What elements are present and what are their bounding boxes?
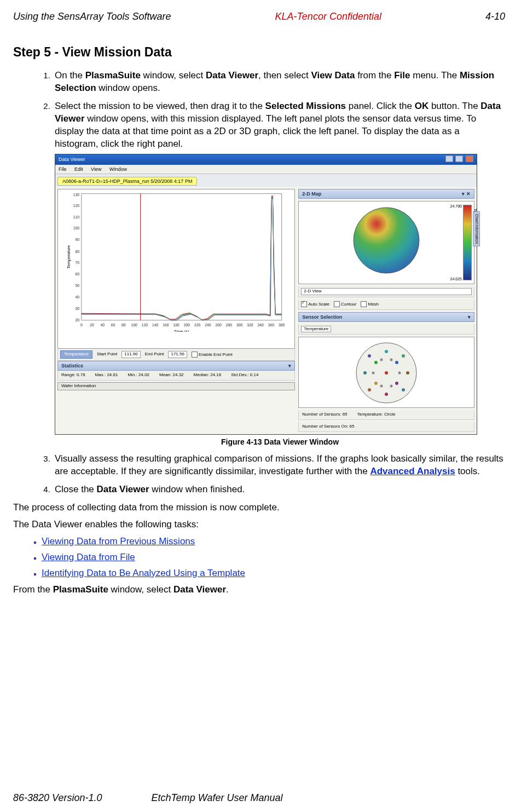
svg-text:320: 320 [247, 324, 253, 327]
svg-text:280: 280 [226, 324, 232, 327]
step-title: Step 5 - View Mission Data [13, 44, 505, 61]
mesh-checkbox[interactable] [361, 301, 367, 307]
paragraph-select-viewer: From the PlasmaSuite window, select Data… [13, 584, 505, 596]
menu-edit[interactable]: Edit [74, 166, 83, 172]
step-3: Visually assess the resulting graphical … [53, 453, 505, 478]
svg-point-38 [374, 382, 378, 385]
minimize-icon[interactable] [445, 156, 453, 162]
svg-text:130: 130 [73, 193, 79, 197]
statistics-values: Range: 0.78 Max.: 24.81 Min.: 24.02 Mean… [57, 371, 295, 381]
task-item: Viewing Data from File [42, 551, 505, 564]
svg-text:60: 60 [75, 272, 79, 276]
menu-window[interactable]: Window [109, 166, 127, 172]
collapse-icon[interactable]: ▾ [288, 362, 291, 369]
figure-4-13: Data Viewer File Edit View Window A0806-… [55, 154, 505, 447]
y-axis-label: Temperature [66, 245, 71, 269]
svg-point-53 [390, 385, 393, 388]
svg-point-52 [380, 385, 383, 388]
svg-text:120: 120 [73, 204, 79, 208]
sensor-map[interactable] [298, 337, 474, 408]
collapse-icon[interactable]: ▾ [468, 314, 471, 320]
view-dropdown[interactable]: 2-D View [301, 288, 472, 295]
menubar: File Edit View Window [55, 165, 477, 174]
advanced-analysis-link[interactable]: Advanced Analysis [370, 466, 455, 476]
task-item: Identifying Data to Be Analyzed Using a … [42, 567, 505, 580]
svg-point-50 [372, 372, 375, 375]
time-series-chart[interactable]: 203040 506070 8090100 110120130 02040 60… [57, 189, 295, 349]
auto-scale-checkbox[interactable] [301, 301, 307, 307]
svg-text:80: 80 [75, 250, 79, 254]
svg-text:160: 160 [163, 324, 169, 327]
svg-text:180: 180 [173, 324, 179, 327]
sensor-map-svg [354, 341, 419, 405]
svg-text:20: 20 [75, 318, 79, 322]
paragraph-tasks-intro: The Data Viewer enables the following ta… [13, 519, 505, 531]
map-controls: 2-D View [298, 286, 474, 297]
x-axis-label: Time (s) [174, 329, 189, 332]
svg-point-33 [354, 208, 419, 273]
left-panel: 203040 506070 8090100 110120130 02040 60… [57, 189, 295, 432]
svg-text:200: 200 [184, 324, 190, 327]
svg-point-44 [368, 354, 371, 358]
svg-text:110: 110 [73, 215, 79, 219]
header-confidential: KLA-Tencor Confidential [275, 10, 381, 23]
svg-point-46 [368, 388, 371, 391]
pin-icon[interactable]: ▾ ✕ [462, 191, 471, 197]
sensor-selection-header[interactable]: Sensor Selection▾ [298, 312, 474, 322]
svg-text:20: 20 [90, 324, 94, 327]
enable-endpoint-checkbox[interactable] [192, 352, 198, 358]
header-page-number: 4-10 [485, 10, 505, 23]
mission-tab[interactable]: A0806-a-RoT1-D=15-HDP_Plasma_run 5/20/20… [57, 177, 197, 186]
statistics-header[interactable]: Statistics▾ [57, 361, 295, 371]
sensor-dropdown[interactable]: Temperature [301, 326, 331, 333]
start-point-field[interactable]: 111.90 [121, 351, 140, 358]
step-1: On the PlasmaSuite window, select Data V… [53, 70, 505, 95]
contour-checkbox[interactable] [334, 301, 340, 307]
start-point-label: Start Point [97, 352, 117, 358]
svg-point-42 [363, 371, 367, 375]
link-prev-missions[interactable]: Viewing Data from Previous Missions [42, 536, 195, 546]
svg-text:260: 260 [216, 324, 222, 327]
svg-text:380: 380 [279, 324, 285, 327]
end-point-field[interactable]: 171.56 [168, 351, 187, 358]
menu-file[interactable]: File [59, 166, 67, 172]
2d-map[interactable]: 24.780 24.025 Temperature(°C) Chart Info… [298, 201, 474, 284]
map-options: Auto Scale Contour Mesh [298, 300, 474, 309]
menu-view[interactable]: View [91, 166, 101, 172]
data-viewer-window: Data Viewer File Edit View Window A0806-… [55, 154, 477, 435]
chart-info-tab[interactable]: Chart Information [473, 211, 480, 246]
sensor-stats: Number of Sensors: 65 Temperature: Circl… [298, 410, 474, 420]
svg-point-35 [385, 371, 388, 375]
wafer-info-button[interactable]: Wafer Information [57, 382, 295, 390]
line-chart-svg: 203040 506070 8090100 110120130 02040 60… [58, 189, 294, 332]
svg-point-45 [402, 354, 405, 358]
svg-text:360: 360 [268, 324, 274, 327]
svg-point-41 [385, 393, 388, 396]
map-header[interactable]: 2-D Map▾ ✕ [298, 189, 474, 199]
svg-text:30: 30 [75, 307, 79, 310]
svg-text:240: 240 [205, 324, 211, 327]
svg-text:90: 90 [75, 238, 79, 242]
svg-text:120: 120 [142, 324, 148, 327]
sensor-dropdown-row: Temperature [298, 324, 474, 335]
svg-point-36 [374, 361, 378, 364]
wafer-map-svg [351, 205, 422, 276]
maximize-icon[interactable] [455, 156, 463, 162]
window-titlebar: Data Viewer [55, 154, 477, 165]
header-left: Using the SensArray Tools Software [13, 10, 171, 23]
svg-point-43 [406, 371, 409, 375]
end-point-label: End Point [145, 352, 164, 358]
close-icon[interactable] [466, 156, 473, 162]
colorbar [463, 205, 472, 280]
svg-point-49 [390, 359, 393, 361]
link-template[interactable]: Identifying Data to Be Analyzed Using a … [42, 568, 245, 578]
measure-dropdown[interactable]: Temperature [60, 350, 92, 359]
svg-text:70: 70 [75, 261, 79, 264]
svg-text:100: 100 [131, 324, 137, 327]
svg-text:50: 50 [75, 284, 79, 287]
chart-controls: Temperature Start Point 111.90 End Point… [57, 349, 295, 361]
link-from-file[interactable]: Viewing Data from File [42, 552, 135, 562]
svg-text:80: 80 [121, 324, 126, 327]
window-title: Data Viewer [59, 156, 85, 163]
svg-text:340: 340 [258, 324, 264, 327]
